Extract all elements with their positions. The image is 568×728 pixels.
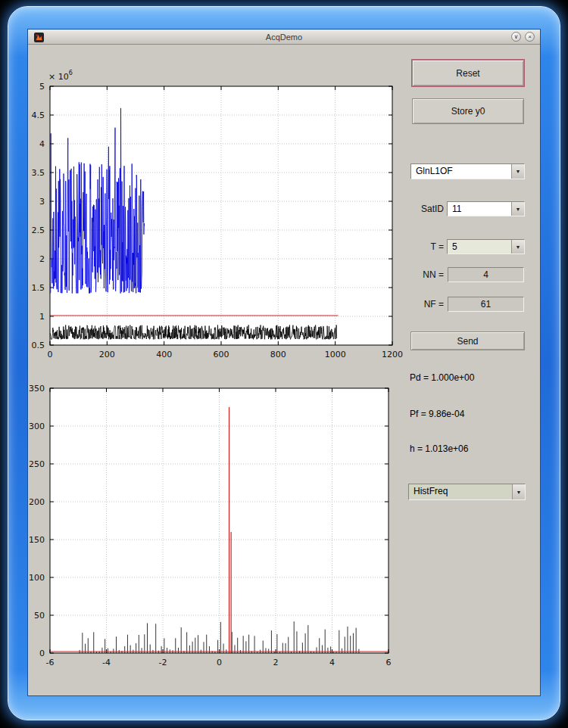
minimize-icon: ∨ xyxy=(514,33,519,40)
svg-text:6: 6 xyxy=(386,658,392,667)
window-inner: AcqDemo ∨ × 0200400600800100012000.511.5… xyxy=(28,30,540,695)
svg-text:800: 800 xyxy=(270,350,286,359)
dropdown-arrow-icon[interactable]: ▼ xyxy=(511,240,524,254)
window-title: AcqDemo xyxy=(28,33,540,42)
signal-dropdown-value: GlnL1OF xyxy=(411,164,511,179)
reset-button[interactable]: Reset xyxy=(412,60,524,86)
svg-text:1200: 1200 xyxy=(382,350,403,359)
svg-text:2: 2 xyxy=(273,658,279,667)
t-label: T = xyxy=(383,241,444,252)
svg-text:4: 4 xyxy=(39,139,45,149)
satid-label: SatID xyxy=(383,204,444,214)
store-y0-button[interactable]: Store y0 xyxy=(412,98,524,124)
svg-text:350: 350 xyxy=(29,384,45,394)
svg-text:200: 200 xyxy=(99,350,115,359)
dropdown-arrow-glyph: ▼ xyxy=(516,207,521,212)
dropdown-arrow-icon[interactable]: ▼ xyxy=(511,202,524,216)
figure-client-area: 0200400600800100012000.511.522.533.544.5… xyxy=(28,45,540,695)
svg-text:× 106: × 106 xyxy=(48,70,73,82)
svg-text:0: 0 xyxy=(217,658,222,667)
dropdown-arrow-glyph: ▼ xyxy=(517,490,522,495)
nn-label: NN = xyxy=(383,269,444,280)
satid-dropdown[interactable]: 11 ▼ xyxy=(447,201,525,216)
dropdown-arrow-icon[interactable]: ▼ xyxy=(512,484,525,499)
svg-text:150: 150 xyxy=(29,535,45,545)
svg-text:100: 100 xyxy=(29,573,45,583)
svg-text:400: 400 xyxy=(156,350,172,359)
minimize-button[interactable]: ∨ xyxy=(511,32,521,42)
pd-value: Pd = 1.000e+00 xyxy=(410,372,474,383)
svg-text:300: 300 xyxy=(29,422,45,431)
svg-text:600: 600 xyxy=(214,350,229,359)
plots-canvas: 0200400600800100012000.511.522.533.544.5… xyxy=(28,45,541,697)
svg-text:3.5: 3.5 xyxy=(32,168,45,178)
svg-text:250: 250 xyxy=(29,459,45,469)
nn-input[interactable] xyxy=(448,267,524,282)
svg-text:200: 200 xyxy=(29,497,45,507)
svg-text:1.5: 1.5 xyxy=(32,283,45,293)
svg-text:-2: -2 xyxy=(159,658,167,667)
app-window: AcqDemo ∨ × 0200400600800100012000.511.5… xyxy=(8,6,560,720)
svg-text:1000: 1000 xyxy=(325,350,346,359)
titlebar[interactable]: AcqDemo ∨ × xyxy=(28,30,540,45)
dropdown-arrow-glyph: ▼ xyxy=(516,169,521,174)
svg-text:-4: -4 xyxy=(102,658,111,667)
histfreq-dropdown-value: HistFreq xyxy=(409,484,512,499)
svg-text:2.5: 2.5 xyxy=(32,226,45,235)
svg-text:50: 50 xyxy=(34,611,45,621)
svg-text:4: 4 xyxy=(329,658,335,667)
svg-text:3: 3 xyxy=(39,197,45,207)
svg-text:1: 1 xyxy=(39,312,45,322)
svg-text:2: 2 xyxy=(39,254,45,264)
t-dropdown-value: 5 xyxy=(448,240,511,254)
dropdown-arrow-icon[interactable]: ▼ xyxy=(511,164,524,179)
send-button[interactable]: Send xyxy=(410,331,525,350)
signal-dropdown[interactable]: GlnL1OF ▼ xyxy=(410,163,525,179)
satid-dropdown-value: 11 xyxy=(448,202,511,216)
pf-value: Pf = 9.86e-04 xyxy=(410,409,464,419)
svg-text:-6: -6 xyxy=(46,658,55,667)
h-value: h = 1.013e+06 xyxy=(410,443,468,454)
close-button[interactable]: × xyxy=(525,32,535,42)
svg-text:0.5: 0.5 xyxy=(32,341,45,350)
svg-text:0: 0 xyxy=(39,649,45,658)
close-icon: × xyxy=(528,33,532,40)
nf-input[interactable] xyxy=(448,297,524,312)
window-controls: ∨ × xyxy=(511,32,535,42)
t-dropdown[interactable]: 5 ▼ xyxy=(447,239,525,254)
histfreq-dropdown[interactable]: HistFreq ▼ xyxy=(408,484,526,500)
matlab-app-icon xyxy=(34,32,44,42)
svg-text:0: 0 xyxy=(48,350,53,359)
nf-label: NF = xyxy=(383,299,444,310)
svg-text:5: 5 xyxy=(39,82,45,92)
svg-text:4.5: 4.5 xyxy=(32,110,45,120)
dropdown-arrow-glyph: ▼ xyxy=(516,244,521,250)
